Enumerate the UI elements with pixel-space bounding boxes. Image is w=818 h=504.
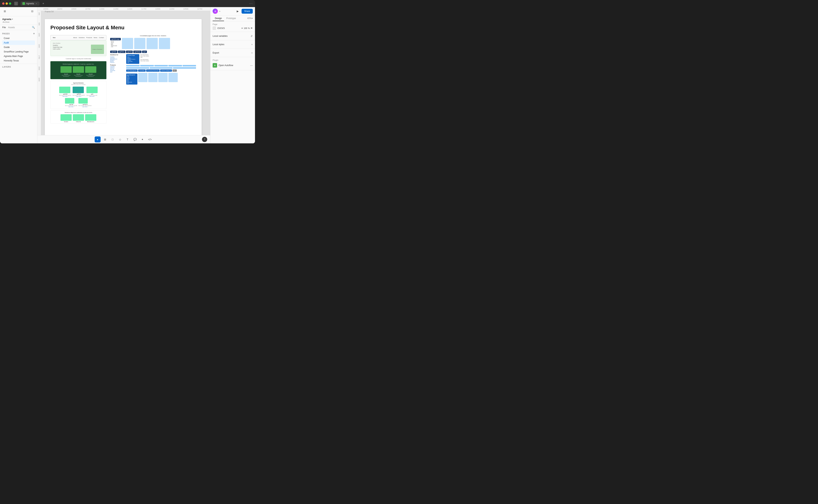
layers-label: Layers (2, 66, 35, 68)
ruler-numbers: 10000 10250 10500 10750 11000 11250 1150… (39, 8, 210, 10)
tab-design[interactable]: Design (213, 15, 224, 21)
home-icon[interactable]: ⌂ (14, 2, 18, 5)
add-local-style-icon[interactable]: + (251, 43, 253, 46)
local-variables-item: Local variables ⇵ (213, 34, 253, 38)
module-agfarm: agFARM Brief sentence about agFarm. Lear… (59, 87, 71, 97)
module-link-agfarm[interactable]: Learn more + (59, 96, 71, 97)
product-agtrace: agTRACE (110, 70, 125, 71)
text-tool[interactable]: T (125, 136, 130, 142)
customer-manufacturers: Manufacturers (85, 114, 96, 122)
local-variables-label: Local variables (213, 35, 228, 37)
benefit-3: Benefit Brief sentence about benefit/fea… (85, 66, 96, 77)
ruler-v-num: 2000 (38, 66, 40, 70)
flow-top-section: agFARM page Home About How Why Testimoni… (110, 38, 196, 49)
design-tabs: Design Prototype 40% ▾ (210, 15, 255, 21)
sidebar-toolbar: ⊞ ⊟ (0, 7, 37, 16)
module-link-agai[interactable]: Learn more + (86, 96, 98, 97)
page-color-value: E5E5E5 (217, 27, 225, 29)
shape-tool[interactable]: □ (110, 136, 116, 142)
chip-agtrace: agTRACE (133, 51, 141, 53)
project-name-row[interactable]: Agreeta ▾ (2, 18, 35, 21)
help-button[interactable]: ? (202, 137, 207, 142)
local-styles-item: Local styles + (213, 42, 253, 47)
page-guide[interactable]: Guide (2, 45, 35, 49)
growers-page-title: Growers Page (127, 55, 138, 56)
maximize-button[interactable] (9, 2, 11, 5)
component-tool[interactable]: ✦ (139, 136, 145, 142)
window-menu-button[interactable]: ··· (249, 2, 253, 5)
page-smartrice[interactable]: SmartRice Landing Page (2, 49, 35, 54)
layers-panel-toggle[interactable]: ⊞ (2, 9, 7, 14)
ruler-num: 12750 (193, 8, 207, 10)
preview-button[interactable]: ▶ (235, 9, 240, 14)
opacity-icon: ☀ (241, 27, 243, 29)
mockup-nav-links: About Solutions Products News Contact (73, 37, 104, 38)
farm-blue-box-2 (148, 73, 158, 82)
zoom-control[interactable]: 40% ▾ (247, 15, 253, 21)
frame-tool[interactable]: ⊞ (102, 136, 108, 142)
search-icon[interactable]: 🔍 (32, 26, 35, 29)
products-section: Products agFARM agPROC agCOM agTRACE agA… (110, 64, 125, 72)
eye-icon[interactable]: 👁 (251, 27, 253, 29)
traffic-lights (2, 2, 11, 5)
flow-blue-box-3 (147, 38, 158, 49)
share-button[interactable]: Share (242, 9, 253, 14)
sidebar-toggle[interactable]: ⊟ (30, 9, 35, 14)
products-links: agFARM agPROC agCOM agTRACE agAI (110, 66, 125, 72)
page-honestly-texas[interactable]: Honestly Texas (2, 58, 35, 63)
ruler-v-num: 1750 (38, 55, 40, 59)
code-tool[interactable]: </> (147, 136, 153, 142)
module-agcom: agCOM Brief sentence about agCOM. Learn … (65, 98, 77, 107)
farm-chip-ai: Artificial Intelligence (160, 69, 172, 72)
plugin-icon: A (213, 63, 217, 68)
minimize-button[interactable] (6, 2, 8, 5)
project-brand: Agreeta ▾ Archive (0, 16, 37, 25)
page-agreeta-main[interactable]: Agreeta Main Page (2, 54, 35, 58)
customer-box-growers (60, 114, 72, 121)
product-agproc: agPROC (110, 67, 125, 69)
plugin-collapse-icon[interactable]: — (250, 64, 253, 67)
page-color-swatch[interactable] (213, 27, 216, 30)
local-variables-action-icon[interactable]: ⇵ (251, 35, 253, 38)
page-audit[interactable]: Audit (2, 41, 35, 45)
tab-assets[interactable]: Assets (8, 26, 15, 29)
opacity-control[interactable]: ☀ 100 % 👁 (241, 27, 253, 29)
ruler-num: 12500 (179, 8, 193, 10)
growers-page-section: Growers Page Hero Modules Solutions/ Fea… (126, 54, 196, 64)
module-link-agtrace[interactable]: Learn more + (78, 106, 92, 107)
pen-tool[interactable]: ◇ (117, 136, 123, 142)
close-button[interactable] (2, 2, 4, 5)
chip-agproc: agPROC (118, 51, 125, 53)
modules-section: Agreeta Modules Sentence about the modul… (50, 81, 106, 109)
growers-page-items: Hero Modules Solutions/ Features Graphic… (127, 56, 138, 63)
avatar-chevron-icon[interactable]: ▾ (219, 10, 220, 12)
tab-close-button[interactable]: × (35, 2, 38, 5)
page-cover[interactable]: Cover (2, 36, 35, 41)
farm-blue-box-1 (138, 73, 147, 82)
farm-chip-traceability: Traceability (138, 69, 146, 72)
pages-section: Pages + Cover Audit Guide SmartRice Land… (0, 30, 37, 64)
tab-prototype[interactable]: Prototype (224, 15, 238, 21)
canvas-viewport[interactable]: Frame 54 Proposed Site Layout & Menu Nav (41, 11, 210, 135)
add-export-icon[interactable]: + (251, 51, 253, 54)
bar-1 (126, 65, 140, 66)
module-agai: agAI Brief sentence about agAI. Learn mo… (86, 87, 98, 97)
active-tab[interactable]: Agreeta × (21, 1, 40, 6)
module-link-agcom[interactable]: Learn more + (65, 106, 77, 107)
bar-5 (183, 65, 196, 66)
opacity-unit: % (248, 27, 250, 29)
customer-urbanag: Urban AG (73, 114, 84, 122)
bar-2 (140, 65, 154, 66)
hero-headline: Headline (53, 45, 89, 46)
select-tool[interactable]: ▸ (95, 136, 101, 142)
new-tab-button[interactable]: + (41, 1, 46, 6)
plugin-section: Plugin A Open Autoflow — (210, 57, 255, 70)
comment-tool[interactable]: 💬 (132, 136, 138, 142)
flow-left-nav: Solutions for Growers UrbanAg Manufactur… (110, 54, 125, 85)
hero-image: Image or Illustration (91, 45, 104, 54)
modules-row-1: agFARM Brief sentence about agFarm. Lear… (52, 87, 105, 97)
module-box-agtrace (78, 98, 88, 104)
tab-file[interactable]: File (2, 26, 6, 29)
module-link-agproc[interactable]: Learn more + (73, 96, 85, 97)
add-page-button[interactable]: + (33, 32, 35, 35)
